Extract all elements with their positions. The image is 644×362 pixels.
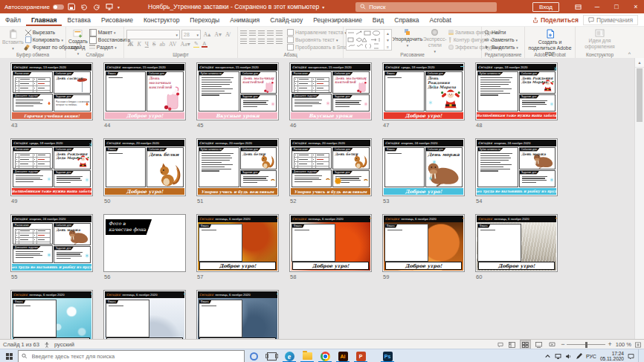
font-color-button[interactable]: А: [201, 41, 207, 48]
slide-thumbnail-52[interactable]: Сегодняпятница, 20 ноября 2020Расписание…: [289, 138, 372, 196]
tab-анимация[interactable]: Анимация: [225, 13, 265, 26]
undo-icon[interactable]: [80, 2, 89, 12]
columns-icon[interactable]: [276, 39, 283, 45]
comments-button[interactable]: Примечания: [583, 15, 638, 25]
gallery-more-icon[interactable]: ≡: [387, 45, 389, 49]
underline-button[interactable]: Ч: [144, 41, 149, 48]
slide-thumbnail-55[interactable]: Сегоднявторник, 24 ноября 2020Расписание…: [10, 214, 93, 272]
scroll-up-icon[interactable]: ▲: [635, 58, 644, 68]
notes-toggle-icon[interactable]: [498, 342, 503, 348]
tab-вставка[interactable]: Вставка: [62, 13, 96, 26]
line-spacing-icon[interactable]: [276, 30, 283, 36]
clear-format-button[interactable]: A̸: [225, 31, 231, 38]
decrease-indent-icon[interactable]: [258, 30, 265, 36]
collapse-ribbon-icon[interactable]: ^: [628, 51, 631, 56]
font-dialog-launcher[interactable]: [231, 53, 236, 57]
taskbar-edge[interactable]: e: [280, 349, 298, 362]
pen-icon[interactable]: [576, 353, 582, 360]
italic-button[interactable]: К: [136, 41, 142, 48]
tab-вид[interactable]: Вид: [367, 13, 389, 26]
character-spacing-button[interactable]: AV: [167, 41, 178, 48]
strikethrough-button[interactable]: S: [151, 41, 156, 48]
taskbar-chrome[interactable]: [316, 349, 334, 362]
taskbar-cortana[interactable]: [245, 349, 263, 362]
gallery-down-icon[interactable]: ▼: [386, 38, 390, 42]
replace-button[interactable]: abЗаменить▾: [484, 36, 518, 43]
slide-thumbnail-63[interactable]: Сегодняпятница, 6 ноября 2020ФишкаДоброе…: [196, 290, 279, 339]
login-button[interactable]: Вход: [532, 2, 559, 12]
tray-expand-icon[interactable]: [544, 353, 551, 360]
align-left-icon[interactable]: [240, 39, 247, 45]
slide-thumbnail-58[interactable]: Сегодняпятница, 6 ноября 2020ФишкаДоброе…: [289, 214, 372, 272]
taskbar-search[interactable]: [18, 350, 245, 362]
slideshow-view-button[interactable]: [547, 340, 557, 349]
tab-рисование[interactable]: Рисование: [96, 13, 138, 26]
redo-icon[interactable]: [92, 2, 102, 12]
slide-thumbnail-57[interactable]: Сегодняпятница, 6 ноября 2020ФишкаДоброе…: [196, 214, 279, 272]
font-size-select[interactable]: 28▾: [181, 30, 201, 39]
taskbar-search-input[interactable]: [30, 352, 241, 361]
start-button[interactable]: [0, 349, 18, 362]
accessibility-icon[interactable]: [44, 342, 50, 348]
slide-thumbnail-51[interactable]: Сегодняпятница, 20 ноября 2020Кубик акти…: [196, 138, 279, 196]
zoom-level[interactable]: 100 %: [616, 341, 631, 348]
tab-слайд-шоу[interactable]: Слайд-шоу: [265, 13, 308, 26]
find-button[interactable]: Найти: [484, 29, 518, 36]
language-indicator[interactable]: русский: [54, 341, 74, 348]
clipboard-dialog-launcher[interactable]: [59, 53, 64, 57]
shapes-gallery[interactable]: ▲▼≡: [346, 29, 392, 51]
quick-access-caret-icon[interactable]: ▾: [117, 4, 120, 10]
clock[interactable]: 17:2405.11.2020: [600, 351, 624, 362]
slide-thumbnail-54[interactable]: Сегоднявторник, 24 ноября 2020Кубик акти…: [475, 138, 558, 196]
select-button[interactable]: Выделить▾: [484, 44, 518, 51]
language-switch[interactable]: РУС: [586, 354, 596, 359]
close-button[interactable]: ×: [628, 0, 644, 13]
slide-thumbnail-46[interactable]: Сегоднявоскресенье, 15 ноября 2020Распис…: [289, 62, 372, 120]
bullets-icon[interactable]: [240, 30, 247, 36]
network-icon[interactable]: [555, 353, 561, 360]
ribbon-display-options-button[interactable]: [570, 0, 586, 13]
slide-thumbnail-43[interactable]: Сегодняпятница, 13 ноября 2020Расписание…: [10, 62, 93, 120]
fit-to-window-icon[interactable]: [635, 342, 641, 348]
design-ideas-button[interactable]: Идеи для оформления: [579, 28, 622, 50]
numbering-icon[interactable]: [249, 30, 256, 36]
titlebar-search[interactable]: Поиск: [355, 2, 497, 12]
save-icon[interactable]: [67, 2, 77, 12]
align-center-icon[interactable]: [249, 39, 256, 45]
tab-acrobat[interactable]: Acrobat: [425, 13, 457, 26]
quick-styles-button[interactable]: Экспресс-стили▾: [423, 28, 447, 54]
font-name-select[interactable]: ▾: [126, 30, 180, 39]
gallery-up-icon[interactable]: ▲: [386, 31, 390, 36]
taskbar-powerpoint[interactable]: P: [352, 349, 370, 362]
minimize-button[interactable]: ─: [589, 0, 605, 13]
align-right-icon[interactable]: [258, 39, 265, 45]
slide-thumbnail-47[interactable]: Сегоднясреда, 18 ноября 2020ФишкаСобытие…: [382, 62, 465, 120]
justify-icon[interactable]: [267, 39, 274, 45]
slide-sorter-view-button[interactable]: [521, 340, 530, 349]
action-center-icon[interactable]: [628, 353, 634, 360]
zoom-slider[interactable]: [567, 344, 605, 345]
slide-thumbnail-44[interactable]: Сегоднявоскресенье, 15 ноября 2020ФишкаС…: [103, 62, 186, 120]
arrange-button[interactable]: Упорядочить▾: [393, 28, 422, 48]
slide-thumbnail-48[interactable]: Сегоднясреда, 18 ноября 2020Кубик активн…: [475, 62, 558, 120]
slide-thumbnail-50[interactable]: Сегодняпятница, 20 ноября 2020ФишкаСобыт…: [103, 138, 186, 196]
zoom-in-button[interactable]: +: [608, 341, 611, 348]
text-shadow-button[interactable]: ab: [158, 41, 167, 48]
drawing-dialog-launcher[interactable]: [475, 53, 480, 57]
shrink-font-button[interactable]: A▾: [213, 31, 223, 38]
tab-файл[interactable]: Файл: [0, 13, 26, 26]
tab-главная[interactable]: Главная: [26, 13, 62, 26]
share-button[interactable]: Поделиться: [532, 16, 579, 24]
slide-thumbnail-61[interactable]: Сегодняпятница, 6 ноября 2020ФишкаДоброе…: [10, 290, 93, 339]
tab-переходы[interactable]: Переходы: [184, 13, 225, 26]
start-slideshow-icon[interactable]: [105, 2, 115, 12]
slide-thumbnail-60[interactable]: Сегодняпятница, 6 ноября 2020ФишкаДоброе…: [475, 214, 558, 272]
taskbar-photoshop[interactable]: Ps: [379, 349, 396, 362]
slide-thumbnail-53[interactable]: Сегоднявторник, 24 ноября 2020ФишкаСобыт…: [382, 138, 465, 196]
taskbar-explorer[interactable]: [298, 349, 316, 362]
change-case-button[interactable]: Aa▾: [179, 41, 191, 48]
taskbar-task-view[interactable]: [263, 349, 280, 362]
scrollbar-thumb[interactable]: [637, 68, 643, 122]
tab-конструктор[interactable]: Конструктор: [138, 13, 184, 26]
slide-thumbnail-45[interactable]: Сегоднявоскресенье, 15 ноября 2020Кубик …: [196, 62, 279, 120]
